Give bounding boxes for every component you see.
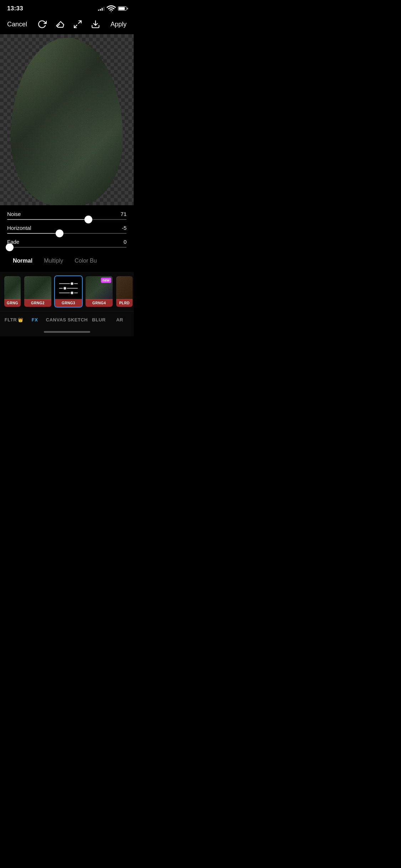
home-bar	[44, 331, 90, 333]
fade-thumb[interactable]	[6, 243, 14, 251]
wifi-icon	[107, 4, 116, 13]
bottom-tabs: FLTR 👑 FX CANVAS SKETCH BLUR AR	[0, 311, 134, 328]
toolbar-icons	[37, 20, 100, 29]
tab-sketch[interactable]: SKETCH	[67, 316, 88, 324]
horizontal-slider-row: Horizontal -5	[7, 225, 127, 234]
tab-fx[interactable]: FX	[24, 316, 45, 324]
tab-ar-label: AR	[116, 317, 123, 322]
image-overlay	[11, 38, 123, 205]
filter-item-grng[interactable]: GRNG	[4, 275, 21, 308]
noise-label: Noise	[7, 211, 21, 217]
apply-button[interactable]: Apply	[110, 21, 127, 28]
filter-label-grng3: GRNG3	[62, 301, 75, 305]
status-bar: 13:33	[0, 0, 134, 16]
signal-icon	[98, 6, 104, 11]
noise-slider-row: Noise 71	[7, 211, 127, 220]
blend-normal[interactable]: Normal	[7, 256, 38, 265]
crown-icon: 👑	[18, 317, 24, 322]
expand-button[interactable]	[73, 20, 82, 29]
noise-track[interactable]	[7, 219, 127, 220]
blend-multiply[interactable]: Multiply	[38, 256, 69, 265]
filter-item-grng3[interactable]: GRNG3	[54, 275, 83, 308]
tab-fltr-label: FLTR	[5, 317, 17, 322]
fade-slider-row: Fade 0	[7, 239, 127, 248]
fade-value: 0	[124, 239, 127, 245]
tab-blur[interactable]: BLUR	[88, 316, 109, 324]
noise-value: 71	[120, 211, 127, 217]
filter-strip: GRNG GRNG2	[0, 272, 134, 311]
redo-button[interactable]	[37, 20, 47, 29]
svg-point-0	[111, 11, 112, 12]
filter-label-grng: GRNG	[7, 301, 18, 305]
filter-label-grng4: GRNG4	[92, 301, 106, 305]
horizontal-value: -5	[122, 225, 127, 231]
tab-ar[interactable]: AR	[109, 316, 130, 324]
canvas-area	[0, 34, 134, 205]
filter-item-grng2[interactable]: GRNG2	[24, 275, 52, 308]
filter-item-plrd[interactable]: PLRD	[115, 275, 133, 308]
home-indicator	[0, 328, 134, 336]
erase-button[interactable]	[55, 20, 65, 29]
filter-label-plrd: PLRD	[119, 301, 129, 305]
blend-modes: Normal Multiply Color Bu	[7, 253, 127, 268]
tab-blur-label: BLUR	[92, 317, 106, 322]
expand-icon	[73, 20, 82, 29]
filter-label-grng2: GRNG2	[31, 301, 45, 305]
download-icon	[91, 20, 100, 29]
download-button[interactable]	[91, 20, 100, 29]
svg-line-1	[78, 21, 81, 24]
sliders-area: Noise 71 Horizontal -5 Fade 0 Normal	[0, 205, 134, 272]
toolbar: Cancel	[0, 16, 134, 34]
fade-track[interactable]	[7, 247, 127, 248]
eraser-icon	[55, 20, 65, 29]
horizontal-track[interactable]	[7, 233, 127, 234]
blend-colorbu[interactable]: Color Bu	[69, 256, 102, 265]
status-icons	[98, 4, 127, 13]
redo-icon	[37, 20, 47, 29]
tab-fx-label: FX	[32, 317, 38, 322]
tab-canvas[interactable]: CANVAS	[45, 316, 67, 324]
filter-settings-icon	[59, 282, 78, 294]
new-badge-grng4: new	[101, 278, 111, 283]
status-time: 13:33	[7, 5, 23, 12]
horizontal-label: Horizontal	[7, 225, 31, 231]
battery-icon	[118, 6, 127, 11]
svg-line-2	[74, 25, 77, 28]
filter-item-grng4[interactable]: new GRNG4	[85, 275, 113, 308]
tab-canvas-label: CANVAS	[46, 317, 66, 322]
horizontal-thumb[interactable]	[56, 229, 63, 237]
tab-fltr[interactable]: FLTR 👑	[4, 316, 24, 324]
tab-sketch-label: SKETCH	[68, 317, 88, 322]
cancel-button[interactable]: Cancel	[7, 21, 27, 28]
noise-thumb[interactable]	[84, 216, 92, 223]
